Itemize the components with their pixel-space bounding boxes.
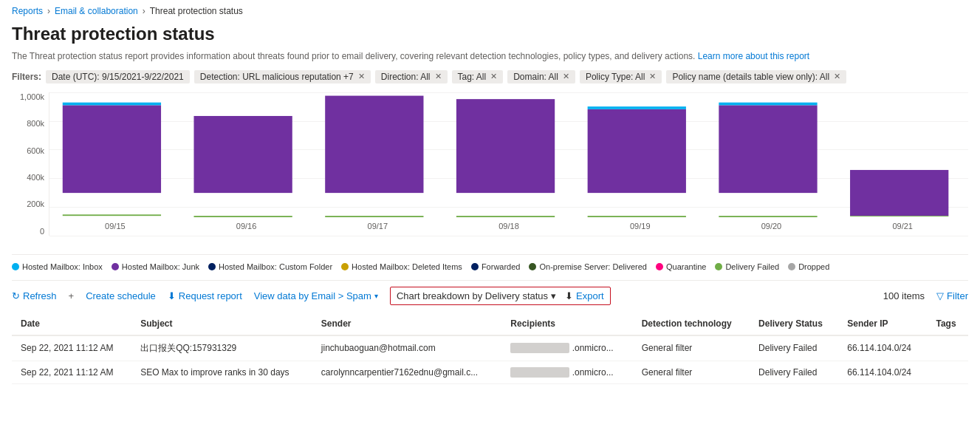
filter-chip-direction[interactable]: Direction: All ✕ xyxy=(375,70,448,83)
cell-ip-0: 66.114.104.0/24 xyxy=(838,335,927,361)
legend-label-onpremise: On-premise Server: Delivered xyxy=(539,262,647,271)
table-row[interactable]: Sep 22, 2021 11:12 AM 出口报关QQ:157931329 j… xyxy=(12,335,968,361)
filter-chip-domain[interactable]: Domain: All ✕ xyxy=(507,70,575,83)
legend-label-inbox: Hosted Mailbox: Inbox xyxy=(22,262,103,271)
legend-hosted-deleted: Hosted Mailbox: Deleted Items xyxy=(341,262,462,271)
create-schedule-button[interactable]: Create schedule xyxy=(86,290,156,301)
col-tags: Tags xyxy=(927,313,968,335)
cell-detection-1: General filter xyxy=(633,361,750,383)
x-label-0918: 09/18 xyxy=(443,222,575,231)
col-delivery-status: Delivery Status xyxy=(750,313,838,335)
table-row[interactable]: Sep 22, 2021 11:12 AM SEO Max to improve… xyxy=(12,361,968,383)
legend-delivery-failed: Delivery Failed xyxy=(715,262,779,271)
download-export-icon: ⬇ xyxy=(565,290,573,301)
refresh-icon: ↻ xyxy=(12,290,20,301)
legend-dot-inbox xyxy=(12,263,19,270)
legend-label-forwarded: Forwarded xyxy=(482,262,521,271)
legend-label-delivery-failed: Delivery Failed xyxy=(725,262,779,271)
items-count: 100 items xyxy=(883,290,925,301)
bar-0920-teal xyxy=(719,102,817,105)
chart-breakdown-button[interactable]: Chart breakdown by Delivery status ▾ ⬇ E… xyxy=(390,287,611,305)
filter-close-policy-name[interactable]: ✕ xyxy=(834,72,840,81)
legend-dot-forwarded xyxy=(471,263,479,270)
page-title: Threat protection status xyxy=(12,24,968,44)
filter-chip-date[interactable]: Date (UTC): 9/15/2021-9/22/2021 xyxy=(46,70,190,83)
legend-dot-quarantine xyxy=(656,263,663,270)
filter-close-detection[interactable]: ✕ xyxy=(358,72,365,81)
bar-chart: 1,000k 800k 600k 400k 200k 0 xyxy=(12,92,968,255)
legend-dot-dropped xyxy=(788,263,795,270)
data-table: Date Subject Sender Recipients Detection… xyxy=(12,313,968,384)
filter-button[interactable]: ▽ Filter xyxy=(936,290,968,301)
filters-label: Filters: xyxy=(12,72,41,82)
download-icon: ⬇ xyxy=(168,290,176,301)
recipients-suffix-0: .onmicro... xyxy=(572,343,614,353)
bar-0921-purple xyxy=(850,170,948,216)
cell-detection-0: General filter xyxy=(633,335,750,361)
legend-hosted-junk: Hosted Mailbox: Junk xyxy=(112,262,199,271)
legend-label-quarantine: Quarantine xyxy=(666,262,706,271)
table-header-row: Date Subject Sender Recipients Detection… xyxy=(12,313,968,335)
y-axis: 1,000k 800k 600k 400k 200k 0 xyxy=(12,92,49,236)
legend-quarantine: Quarantine xyxy=(656,262,706,271)
legend-dropped: Dropped xyxy=(788,262,829,271)
breadcrumb-reports[interactable]: Reports xyxy=(12,6,43,16)
legend-label-dropped: Dropped xyxy=(798,262,829,271)
toolbar-sep1: + xyxy=(69,290,75,301)
bar-0919-teal xyxy=(588,106,686,109)
chevron-down-icon-breakdown: ▾ xyxy=(551,290,556,301)
x-axis: 09/15 09/16 09/17 09/18 09/19 09/20 09/2… xyxy=(49,217,968,236)
legend-dot-delivery-failed xyxy=(715,263,722,270)
legend-onpremise: On-premise Server: Delivered xyxy=(529,262,647,271)
filter-close-domain[interactable]: ✕ xyxy=(563,72,569,81)
filter-close-policy-type[interactable]: ✕ xyxy=(649,72,656,81)
chart-area: 09/15 09/16 09/17 09/18 09/19 09/20 09/2… xyxy=(49,92,968,236)
filter-chip-tag[interactable]: Tag: All ✕ xyxy=(452,70,504,83)
x-label-0920: 09/20 xyxy=(706,222,837,231)
filter-chip-detection[interactable]: Detection: URL malicious reputation +7 ✕ xyxy=(194,70,371,83)
y-label-600k: 600k xyxy=(27,146,44,155)
col-date: Date xyxy=(12,313,131,335)
cell-subject-0: 出口报关QQ:157931329 xyxy=(131,335,312,361)
chart-legend: Hosted Mailbox: Inbox Hosted Mailbox: Ju… xyxy=(12,262,968,271)
filter-close-direction[interactable]: ✕ xyxy=(435,72,442,81)
col-sender: Sender xyxy=(312,313,501,335)
filter-chip-policy-type[interactable]: Policy Type: All ✕ xyxy=(580,70,662,83)
breadcrumb-email-collab[interactable]: Email & collaboration xyxy=(55,6,138,16)
legend-hosted-inbox: Hosted Mailbox: Inbox xyxy=(12,262,103,271)
legend-label-junk: Hosted Mailbox: Junk xyxy=(122,262,199,271)
breadcrumb-sep1: › xyxy=(47,6,50,16)
cell-date-0: Sep 22, 2021 11:12 AM xyxy=(12,335,131,361)
cell-delivery-1: Delivery Failed xyxy=(750,361,838,383)
y-label-1000k: 1,000k xyxy=(20,92,44,101)
cell-tags-1 xyxy=(927,361,968,383)
y-label-0: 0 xyxy=(40,227,44,236)
recipients-blurred-0 xyxy=(510,343,569,353)
cell-sender-0: jinchubaoguan@hotmail.com xyxy=(312,335,501,361)
legend-dot-deleted xyxy=(341,263,349,270)
cell-sender-1: carolynncarpentier7162ednu@gmail.c... xyxy=(312,361,501,383)
x-label-0915: 09/15 xyxy=(49,222,181,231)
legend-dot-custom xyxy=(208,263,216,270)
refresh-button[interactable]: ↻ Refresh xyxy=(12,290,57,301)
cell-recipients-1: .onmicro... xyxy=(501,361,632,383)
filter-icon: ▽ xyxy=(936,290,944,301)
learn-more-link[interactable]: Learn more about this report xyxy=(698,51,809,61)
filter-chip-policy-name[interactable]: Policy name (details table view only): A… xyxy=(666,70,846,83)
col-recipients: Recipients xyxy=(501,313,632,335)
request-report-button[interactable]: ⬇ Request report xyxy=(168,290,242,301)
legend-hosted-custom: Hosted Mailbox: Custom Folder xyxy=(208,262,332,271)
bar-0917-purple xyxy=(325,95,423,193)
y-label-800k: 800k xyxy=(27,119,44,128)
cell-subject-1: SEO Max to improve ranks in 30 days xyxy=(131,361,312,383)
bar-0920-purple xyxy=(719,105,817,193)
breadcrumb-sep2: › xyxy=(143,6,145,16)
view-data-button[interactable]: View data by Email > Spam ▾ xyxy=(254,290,378,301)
export-label: Export xyxy=(576,290,604,301)
filters-bar: Filters: Date (UTC): 9/15/2021-9/22/2021… xyxy=(12,70,968,83)
breadcrumb-current: Threat protection status xyxy=(150,6,243,16)
filter-close-tag[interactable]: ✕ xyxy=(490,72,497,81)
legend-dot-onpremise xyxy=(529,263,536,270)
table-toolbar: ↻ Refresh + Create schedule ⬇ Request re… xyxy=(12,280,968,305)
grid-line-0 xyxy=(49,236,968,236)
